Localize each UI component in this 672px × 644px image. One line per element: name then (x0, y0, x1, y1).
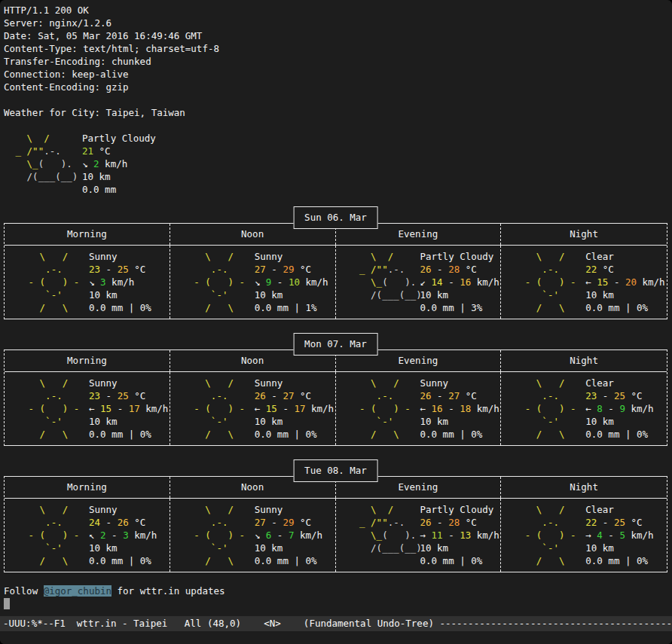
text-segment: `-' (519, 542, 559, 554)
text-segment: km/h (106, 276, 135, 288)
text-segment: / \ (188, 302, 234, 313)
text-segment: - (266, 390, 283, 401)
text-segment: - (432, 390, 449, 401)
weather-art: \ / .-. - ( ) - `-' / \ (23, 503, 89, 567)
text-segment: km/h (129, 530, 157, 541)
text-segment: `-' (519, 289, 559, 301)
text-segment: km/h (625, 403, 654, 414)
text-segment: \ / (10, 133, 50, 144)
text-segment: °C (129, 264, 146, 275)
text-segment: `-' (188, 289, 228, 301)
text-segment: 26 (118, 517, 129, 528)
text-segment: / \ (188, 555, 234, 566)
weather-art: \ / .-. - ( ) - `-' / \ (23, 250, 89, 314)
text-segment: \ / (519, 251, 564, 262)
text-segment: 0.0 mm | 0% (255, 555, 317, 566)
date-box: Tue 08. Mar (293, 459, 378, 482)
text-segment: 2 (93, 158, 99, 169)
text-segment: Sunny (89, 251, 118, 262)
text-segment: /(___(__) (354, 289, 422, 301)
text-segment: `-' (354, 416, 394, 427)
text-segment: \ / (354, 377, 399, 389)
text-segment: ← (255, 403, 266, 414)
text-segment: - ( ) - (519, 530, 576, 541)
text-segment: `-' (519, 416, 559, 427)
text-segment: 25 (614, 517, 625, 528)
text-segment: 22 (585, 264, 597, 275)
text-segment: / \ (23, 555, 68, 566)
text-segment: / \ (23, 302, 68, 313)
echo-area (0, 631, 672, 644)
text-segment: `-' (188, 542, 228, 554)
text-segment: - ( ) - (519, 276, 576, 288)
text-segment: 3 (123, 530, 129, 541)
text-segment: km/h (140, 403, 169, 414)
location-line: Weather for City: Taipei, Taiwan (4, 106, 668, 119)
text-segment: ↘ (255, 530, 266, 541)
weather-art: \ / .-. - ( ) - `-' / \ (23, 377, 89, 441)
period-cell: \ / .-. - ( ) - `-' / \Sunny26 - 27 °C← … (170, 372, 336, 445)
text-segment: 28 (448, 517, 460, 528)
text-segment: .-. (23, 517, 63, 528)
text-segment: 4 (597, 530, 603, 541)
text-segment: 3 (100, 276, 106, 288)
text-segment: ↙ (420, 276, 432, 288)
text-segment: - (271, 276, 289, 288)
text-segment: 16 (432, 403, 443, 414)
text-segment: ← (420, 403, 432, 414)
text-segment: Sunny (89, 504, 118, 515)
text-segment: 24 (89, 517, 100, 528)
text-segment: .-. (519, 390, 559, 401)
text-segment: /(___(__) (354, 542, 422, 554)
text-segment: ( ). (382, 530, 416, 541)
text-segment: `-' (23, 542, 63, 554)
text-segment: °C (625, 517, 643, 528)
text-segment: .-. (188, 517, 228, 528)
text-segment: / \ (519, 555, 564, 566)
weather-details: Partly Cloudy26 - 28 °C→ 11 - 13 km/h10 … (420, 503, 501, 567)
text-cursor (4, 598, 10, 609)
text-segment: Sunny (420, 377, 449, 389)
text-segment: 20 (625, 276, 637, 288)
text-segment: 26 (420, 390, 432, 401)
weather-details: Sunny26 - 27 °C← 15 - 17 km/h10 km0.0 mm… (255, 377, 335, 441)
text-segment: ( ). (38, 158, 72, 169)
text-segment: / \ (188, 429, 234, 440)
text-segment: km/h (306, 403, 334, 414)
text-segment: 10 km (89, 289, 118, 301)
twitter-mention[interactable]: @igor_chubin (44, 585, 111, 597)
text-segment: .-. (388, 264, 405, 275)
period-cell: \ / .-. - ( ) - `-' / \Sunny27 - 29 °C↘ … (170, 246, 336, 319)
text-segment: 27 (283, 390, 294, 401)
weather-details: Partly Cloudy26 - 28 °C↙ 14 - 16 km/h10 … (420, 250, 501, 314)
text-segment: - (266, 264, 283, 275)
text-segment: 27 (255, 264, 266, 275)
text-segment: °C (129, 390, 146, 401)
text-segment: \ / (519, 504, 564, 515)
text-segment: 15 (100, 403, 111, 414)
text-segment: 10 km (255, 289, 283, 301)
text-segment: 11 (432, 530, 443, 541)
text-segment: - (100, 517, 118, 528)
weather-art: \ / .-. - ( ) - `-' / \ (519, 503, 585, 567)
text-segment: \ / (354, 251, 394, 262)
http-header-line: Server: nginx/1.2.6 (4, 17, 668, 29)
text-segment: - (443, 403, 460, 414)
text-segment: `-' (23, 289, 63, 301)
text-segment: - (266, 517, 283, 528)
text-segment: Partly Cloudy (420, 504, 494, 515)
text-segment: 10 km (255, 416, 283, 427)
period-label: Morning (5, 477, 170, 498)
text-segment: \ / (188, 504, 234, 515)
text-segment: 23 (89, 390, 100, 401)
forecast-table: MorningNoonEveningNight \ / .-. - ( ) - … (4, 476, 667, 572)
text-segment: km/h (471, 530, 499, 541)
text-segment: \ / (188, 251, 234, 262)
forecast-table: MorningNoonEveningNight \ / .-. - ( ) - … (4, 349, 667, 446)
text-segment: - ( ) - (188, 403, 245, 414)
text-segment: 10 km (585, 542, 614, 554)
text-segment: km/h (471, 403, 499, 414)
text-segment: Sunny (89, 377, 118, 389)
text-segment: 0.0 mm | 1% (255, 302, 317, 313)
weather-details: Sunny27 - 29 °C↘ 9 - 10 km/h10 km0.0 mm … (255, 250, 335, 314)
